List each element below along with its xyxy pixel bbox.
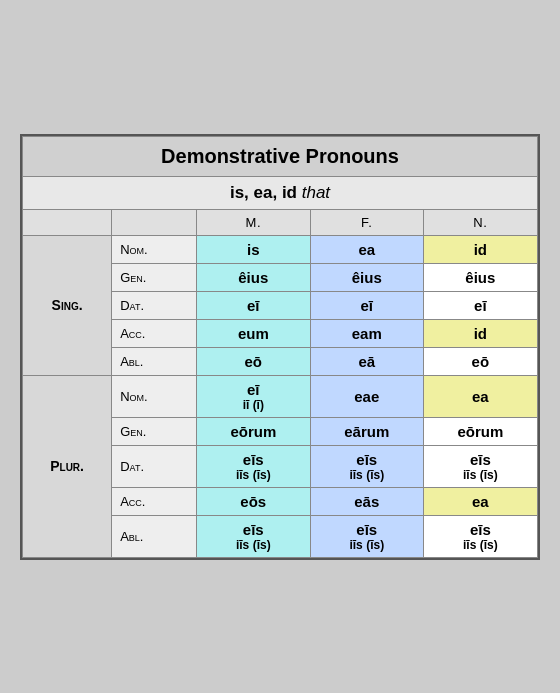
plur-acc-n: ea — [423, 487, 537, 515]
plur-dat-n: eīsiīs (īs) — [423, 445, 537, 487]
sing-dat-m: eī — [196, 291, 310, 319]
table-title: Demonstrative Pronouns — [23, 136, 538, 176]
plur-gen-f: eārum — [310, 417, 423, 445]
plur-abl-n: eīsiīs (īs) — [423, 515, 537, 557]
plur-abl-m: eīsiīs (īs) — [196, 515, 310, 557]
sing-acc-f: eam — [310, 319, 423, 347]
plur-abl-f: eīsiīs (īs) — [310, 515, 423, 557]
sing-acc-case: Acc. — [112, 319, 196, 347]
plur-dat-n2: iīs (īs) — [428, 468, 533, 482]
main-table-wrapper: Demonstrative Pronouns is, ea, id that M… — [20, 134, 540, 560]
sing-label: Sing. — [23, 235, 112, 375]
sing-dat-case: Dat. — [112, 291, 196, 319]
plur-nom-n: ea — [423, 375, 537, 417]
header-m: M. — [196, 209, 310, 235]
sing-gen-m: êius — [196, 263, 310, 291]
plur-gen-m: eōrum — [196, 417, 310, 445]
plur-abl-case: Abl. — [112, 515, 196, 557]
plur-gen-n: eōrum — [423, 417, 537, 445]
sing-dat-n: eī — [423, 291, 537, 319]
plur-gen-case: Gen. — [112, 417, 196, 445]
plur-label: Plur. — [23, 375, 112, 557]
plur-abl-f2: iīs (īs) — [315, 538, 419, 552]
plur-nom-case: Nom. — [112, 375, 196, 417]
table-subtitle: is, ea, id that — [23, 176, 538, 209]
sing-acc-n: id — [423, 319, 537, 347]
subtitle-row: is, ea, id that — [23, 176, 538, 209]
plur-abl-m2: iīs (īs) — [201, 538, 306, 552]
plur-nom-m: eīiī (ī) — [196, 375, 310, 417]
subtitle-italic: that — [302, 183, 330, 202]
sing-nom-f: ea — [310, 235, 423, 263]
plur-nom-m2: iī (ī) — [201, 398, 306, 412]
header-empty1 — [23, 209, 112, 235]
sing-nom-m: is — [196, 235, 310, 263]
sing-nom-case: Nom. — [112, 235, 196, 263]
sing-dat-f: eī — [310, 291, 423, 319]
header-row: M. F. N. — [23, 209, 538, 235]
plur-dat-f2: iīs (īs) — [315, 468, 419, 482]
sing-abl-n: eō — [423, 347, 537, 375]
plur-dat-m: eīsiīs (īs) — [196, 445, 310, 487]
header-n: N. — [423, 209, 537, 235]
sing-abl-m: eō — [196, 347, 310, 375]
plur-dat-f: eīsiīs (īs) — [310, 445, 423, 487]
header-empty2 — [112, 209, 196, 235]
subtitle-plain: is, ea, id — [230, 183, 302, 202]
sing-gen-f: êius — [310, 263, 423, 291]
plur-acc-case: Acc. — [112, 487, 196, 515]
plur-dat-m2: iīs (īs) — [201, 468, 306, 482]
sing-gen-case: Gen. — [112, 263, 196, 291]
plur-acc-m: eōs — [196, 487, 310, 515]
sing-acc-m: eum — [196, 319, 310, 347]
table-row: Sing. Nom. is ea id — [23, 235, 538, 263]
sing-abl-f: eā — [310, 347, 423, 375]
plur-nom-f: eae — [310, 375, 423, 417]
sing-gen-n: êius — [423, 263, 537, 291]
plur-dat-case: Dat. — [112, 445, 196, 487]
title-row: Demonstrative Pronouns — [23, 136, 538, 176]
header-f: F. — [310, 209, 423, 235]
sing-nom-n: id — [423, 235, 537, 263]
sing-abl-case: Abl. — [112, 347, 196, 375]
plur-abl-n2: iīs (īs) — [428, 538, 533, 552]
table-row: Plur. Nom. eīiī (ī) eae ea — [23, 375, 538, 417]
plur-acc-f: eās — [310, 487, 423, 515]
